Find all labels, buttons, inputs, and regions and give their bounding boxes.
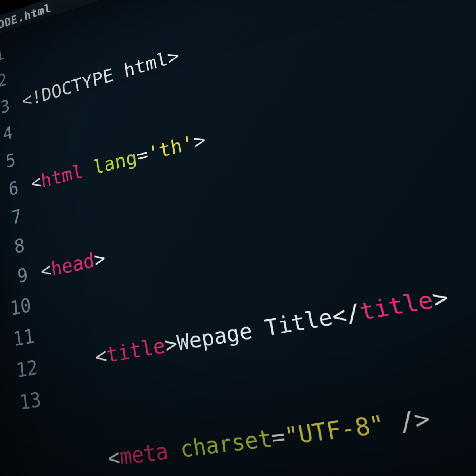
- editor-area[interactable]: 1 2 3 4 5 6 7 8 9 10 11 12 13 <!DOCTYPE …: [0, 0, 476, 476]
- line-number: 13: [0, 383, 43, 424]
- code-content[interactable]: <!DOCTYPE html> <html lang='th'> <head> …: [15, 0, 476, 476]
- editor-window: HTML CODE.html 1 2 3 4 5 6 7 8 9 10 11 1…: [0, 0, 476, 476]
